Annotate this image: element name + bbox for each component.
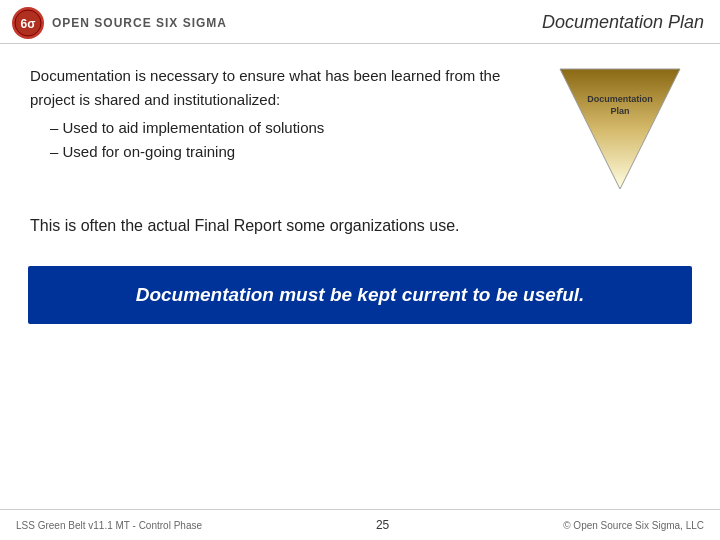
footer-left: LSS Green Belt v11.1 MT - Control Phase [16, 520, 202, 531]
bullet-item-1: Used to aid implementation of solutions [50, 116, 530, 140]
triangle-graphic: Documentation Plan [550, 64, 690, 194]
logo-area: 6σ OPEN SOURCE SIX SIGMA [12, 7, 227, 39]
highlight-banner: Documentation must be kept current to be… [28, 266, 692, 324]
intro-paragraph: Documentation is necessary to ensure wha… [30, 64, 530, 112]
logo-icon: 6σ [12, 7, 44, 39]
triangle-svg: Documentation Plan [555, 64, 685, 194]
intro-text-block: Documentation is necessary to ensure wha… [30, 64, 530, 164]
header: 6σ OPEN SOURCE SIX SIGMA Documentation P… [0, 0, 720, 44]
svg-text:6σ: 6σ [21, 17, 36, 31]
logo-text: OPEN SOURCE SIX SIGMA [52, 16, 227, 30]
page-title: Documentation Plan [542, 12, 704, 33]
footer-right: © Open Source Six Sigma, LLC [563, 520, 704, 531]
footer-page-number: 25 [376, 518, 389, 532]
svg-text:Plan: Plan [610, 106, 629, 116]
footer: LSS Green Belt v11.1 MT - Control Phase … [0, 509, 720, 540]
final-report-text: This is often the actual Final Report so… [30, 214, 690, 238]
main-content: Documentation is necessary to ensure wha… [0, 44, 720, 334]
svg-text:Documentation: Documentation [587, 94, 653, 104]
top-section: Documentation is necessary to ensure wha… [30, 64, 690, 194]
bullet-item-2: Used for on-going training [50, 140, 530, 164]
svg-marker-2 [560, 69, 680, 189]
